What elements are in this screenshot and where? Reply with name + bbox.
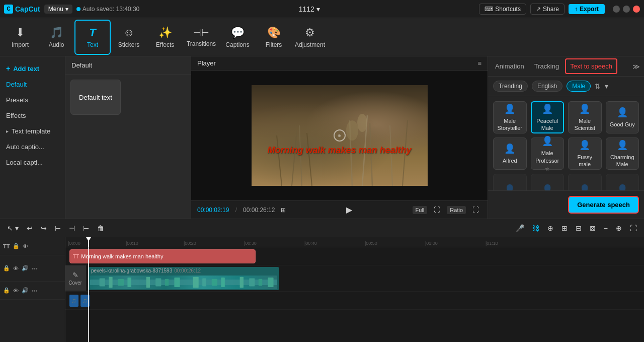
left-panel-default[interactable]: Default xyxy=(0,77,65,92)
text-track-lock-icon[interactable]: 🔒 xyxy=(13,243,20,249)
cover-button[interactable]: ✎ Cover xyxy=(65,265,86,291)
filter-expand-icon[interactable]: ▾ xyxy=(605,82,608,90)
voice-peaceful-male[interactable]: 👤 Peaceful Male xyxy=(531,101,565,133)
voice-11[interactable]: 👤 xyxy=(568,174,602,190)
video-track-lock-icon[interactable]: 🔒 xyxy=(3,265,10,271)
voice-male-storyteller-label: Male Storyteller xyxy=(497,117,523,132)
player-menu-icon[interactable]: ≡ xyxy=(477,59,481,67)
tool-stickers[interactable]: ☺ Stickers xyxy=(111,20,147,55)
voice-9[interactable]: 👤 xyxy=(493,174,527,190)
music-thumb-2: 🎵 xyxy=(80,295,90,307)
magnet-button[interactable]: ⊕ xyxy=(544,222,556,234)
menu-button[interactable]: Menu ▾ xyxy=(44,5,72,14)
video-track-row: ✎ Cover pexels-karolina-grabowska-837159… xyxy=(65,265,644,292)
auto-save-dot xyxy=(76,7,80,11)
video-clip[interactable]: pexels-karolina-grabowska-8371593 00:00:… xyxy=(88,267,279,290)
tool-effects[interactable]: ✨ Effects xyxy=(147,20,183,55)
tool-adjustment[interactable]: ⚙ Adjustment xyxy=(292,20,328,55)
tool-captions[interactable]: 💬 Captions xyxy=(219,20,256,55)
ruler-mark-110: |01:10 xyxy=(486,241,498,246)
left-panel-local-caption[interactable]: Local capti... xyxy=(0,155,65,170)
link-track-button[interactable]: ⛓ xyxy=(529,222,542,234)
voice-male-scientist[interactable]: 👤 Male Scientist xyxy=(568,101,602,133)
voice-alfred[interactable]: 👤 Alfred xyxy=(493,138,527,170)
zoom-in-button[interactable]: ⊕ xyxy=(613,222,625,234)
timeline-ruler-and-tracks: |00:00 |00:10 |00:20 |00:30 |00:40 |00:5… xyxy=(65,237,644,342)
cover-icon: ✎ xyxy=(72,271,78,279)
generate-speech-button[interactable]: Generate speech xyxy=(568,196,639,214)
voice-12[interactable]: 👤 xyxy=(606,174,639,190)
music-clip-thumbnails: 🎵 🎵 xyxy=(69,295,90,307)
minimize-button[interactable] xyxy=(613,6,620,13)
delete-button[interactable]: 🗑 xyxy=(94,222,107,234)
tts-generate-area: Generate speech xyxy=(488,190,644,219)
undo-button[interactable]: ↩ xyxy=(24,222,36,234)
voice-good-guy-icon: 👤 xyxy=(617,107,628,118)
left-panel-effects[interactable]: Effects xyxy=(0,108,65,123)
grid-view-button[interactable]: ⊞ xyxy=(281,207,286,214)
voice-10[interactable]: 👤 xyxy=(531,174,565,190)
tool-audio[interactable]: 🎵 Audio xyxy=(38,20,74,55)
filter-male[interactable]: Male xyxy=(567,81,591,92)
fullscreen-timeline-button[interactable]: ⛶ xyxy=(627,222,640,234)
video-track-audio-icon[interactable]: 🔊 xyxy=(22,265,29,271)
video-track-more-icon[interactable]: ••• xyxy=(32,265,38,271)
left-panel-text-template[interactable]: ▸ Text template xyxy=(0,123,65,139)
redo-button[interactable]: ↪ xyxy=(38,222,50,234)
music-track-more-icon[interactable]: ••• xyxy=(32,288,38,294)
play-button[interactable]: ▶ xyxy=(346,205,352,215)
left-panel-auto-caption[interactable]: Auto captio... xyxy=(0,139,65,155)
waveform-svg xyxy=(90,276,277,289)
tab-animation[interactable]: Animation xyxy=(490,57,529,75)
voice-charming-male[interactable]: 👤 Charming Male xyxy=(606,138,639,170)
close-button[interactable] xyxy=(633,6,640,13)
text-clip[interactable]: TT Morning walk makes man healthy xyxy=(69,249,256,263)
text-track-eye-icon[interactable]: 👁 xyxy=(23,243,28,249)
split-button[interactable]: ⊢ xyxy=(52,222,64,234)
filter-trending[interactable]: Trending xyxy=(493,81,528,92)
voice-good-guy[interactable]: 👤 Good Guy xyxy=(606,101,639,133)
connect-button[interactable]: ⊞ xyxy=(558,222,571,234)
left-panel-presets[interactable]: Presets xyxy=(0,92,65,108)
music-track-audio-icon[interactable]: 🔊 xyxy=(22,287,29,294)
tool-text[interactable]: T Text xyxy=(74,20,111,55)
export-button[interactable]: ↑ Export xyxy=(569,4,605,14)
crop-button[interactable]: ⛶ xyxy=(431,205,443,215)
left-panel-add-text[interactable]: + Add text xyxy=(0,60,65,77)
timeline-track-labels: TT 🔒 👁 🔒 👁 🔊 ••• 🔒 👁 🔊 ••• xyxy=(0,237,65,342)
panel-collapse-button[interactable]: ≫ xyxy=(630,60,642,73)
ruler-mark-10: |00:10 xyxy=(126,241,138,246)
tool-import[interactable]: ⬇ Import xyxy=(2,20,38,55)
tool-filters[interactable]: 🎨 Filters xyxy=(256,20,292,55)
ratio-button[interactable]: Ratio xyxy=(447,206,466,214)
full-button[interactable]: Full xyxy=(413,206,428,214)
music-thumb-1: 🎵 xyxy=(69,295,78,307)
split2-button[interactable]: ⊠ xyxy=(587,222,599,234)
default-text-card[interactable]: Default text xyxy=(70,80,121,115)
tts-filters: Trending English Male ⇅ ▾ xyxy=(488,77,644,96)
video-track-eye-icon[interactable]: 👁 xyxy=(13,265,19,271)
arrow-icon: ▸ xyxy=(6,128,9,134)
voice-male-storyteller[interactable]: 👤 Male Storyteller xyxy=(493,101,527,133)
voice-male-professor[interactable]: 👤 Male Professor ☆ xyxy=(531,138,565,170)
timeline-tracks: TT Morning walk makes man healthy ✎ Cove… xyxy=(65,247,644,342)
trim-right-button[interactable]: ⊢ xyxy=(80,222,92,234)
shortcuts-button[interactable]: ⌨ Shortcuts xyxy=(479,4,526,15)
filter-sort-icon[interactable]: ⇅ xyxy=(595,82,601,90)
music-track-eye-icon[interactable]: 👁 xyxy=(13,288,19,294)
maximize-button[interactable] xyxy=(623,6,630,13)
fullscreen-button[interactable]: ⛶ xyxy=(470,205,481,215)
mic-button[interactable]: 🎤 xyxy=(513,222,527,234)
zoom-out-button[interactable]: − xyxy=(601,222,611,234)
trim-left-button[interactable]: ⊣ xyxy=(66,222,78,234)
align-button[interactable]: ⊟ xyxy=(573,222,585,234)
tab-text-to-speech[interactable]: Text to speech xyxy=(565,58,617,74)
select-tool-button[interactable]: ↖ ▾ xyxy=(4,222,22,234)
voice-fussy-male[interactable]: 👤 Fussy male xyxy=(568,138,602,170)
share-button[interactable]: ↗ Share xyxy=(530,4,565,15)
voice-10-icon: 👤 xyxy=(542,184,553,190)
tool-transitions[interactable]: ⊣⊢ Transitions xyxy=(183,20,219,55)
tab-tracking[interactable]: Tracking xyxy=(529,57,564,75)
filter-english[interactable]: English xyxy=(532,81,562,92)
music-track-lock-icon[interactable]: 🔒 xyxy=(3,287,10,294)
